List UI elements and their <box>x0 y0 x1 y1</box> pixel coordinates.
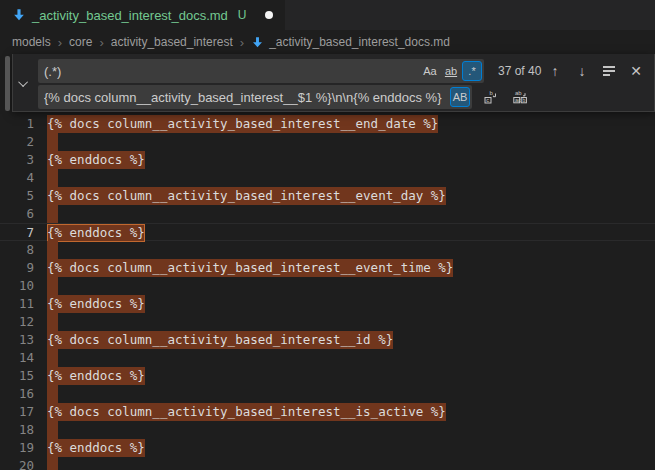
find-results-count: 37 of 40 <box>498 64 541 78</box>
markdown-file-icon <box>12 8 26 22</box>
markdown-file-icon <box>251 36 264 49</box>
tab-modified-dot[interactable] <box>265 11 273 19</box>
previous-match-button[interactable]: ↑ <box>545 61 565 81</box>
editor-line[interactable]: 4 <box>0 169 655 187</box>
line-content: {% enddocs %} <box>47 295 145 313</box>
breadcrumb: models›core›activity_based_interest›_act… <box>0 30 655 54</box>
editor-line[interactable]: 15{% enddocs %} <box>0 367 655 385</box>
editor-line[interactable]: 11{% enddocs %} <box>0 295 655 313</box>
editor-line[interactable]: 16 <box>0 385 655 403</box>
match-case-toggle[interactable]: Aa <box>420 61 440 81</box>
arrow-up-icon: ↑ <box>552 63 559 79</box>
line-number: 19 <box>0 439 34 457</box>
find-match-highlight <box>47 277 58 295</box>
line-content <box>47 457 58 470</box>
preserve-case-icon: AB <box>453 91 468 103</box>
line-number: 5 <box>0 187 34 205</box>
line-content: {% docs column__activity_based_interest_… <box>47 115 438 133</box>
editor-line[interactable]: 8 <box>0 241 655 259</box>
line-number: 13 <box>0 331 34 349</box>
editor-line[interactable]: 20 <box>0 457 655 470</box>
line-number: 2 <box>0 133 34 151</box>
editor-line[interactable]: 13{% docs column__activity_based_interes… <box>0 331 655 349</box>
line-number: 3 <box>0 151 34 169</box>
editor-line[interactable]: 1{% docs column__activity_based_interest… <box>0 115 655 133</box>
find-match-highlight <box>47 133 58 151</box>
editor-line[interactable]: 2 <box>0 133 655 151</box>
editor-line[interactable]: 19{% enddocs %} <box>0 439 655 457</box>
replace-input[interactable] <box>44 86 449 108</box>
tab-filename: _activity_based_interest_docs.md <box>32 8 228 23</box>
find-match-highlight: {% enddocs %} <box>47 151 145 169</box>
find-match-highlight: {% docs column__activity_based_interest_… <box>47 115 438 133</box>
breadcrumb-filename: _activity_based_interest_docs.md <box>269 35 450 49</box>
line-number: 10 <box>0 277 34 295</box>
whole-word-icon: ab <box>445 65 457 77</box>
arrow-down-icon: ↓ <box>579 63 586 79</box>
replace-actions: b c ab ac b <box>481 87 530 107</box>
line-number: 8 <box>0 241 34 259</box>
replace-all-icon: ab ac b <box>512 89 528 105</box>
find-match-highlight: {% enddocs %} <box>47 295 145 313</box>
preserve-case-toggle[interactable]: AB <box>450 87 470 107</box>
tab-bar: _activity_based_interest_docs.md U <box>0 0 655 30</box>
line-content: {% docs column__activity_based_interest_… <box>47 403 446 421</box>
line-number: 18 <box>0 421 34 439</box>
selection-icon <box>603 66 615 76</box>
line-number: 7 <box>0 224 34 242</box>
line-number: 20 <box>0 457 34 470</box>
breadcrumb-item[interactable]: models <box>12 35 51 49</box>
line-content: {% docs column__activity_based_interest_… <box>47 259 453 277</box>
find-match-highlight <box>47 457 58 470</box>
replace-button[interactable]: b c <box>481 87 501 107</box>
editor-line[interactable]: 5{% docs column__activity_based_interest… <box>0 187 655 205</box>
regex-icon: .* <box>468 65 475 77</box>
find-match-highlight <box>47 385 58 403</box>
editor-line[interactable]: 14 <box>0 349 655 367</box>
breadcrumb-item[interactable]: core <box>69 35 92 49</box>
line-content: {% enddocs %} <box>47 439 145 457</box>
find-match-highlight: {% enddocs %} <box>47 224 145 242</box>
toggle-replace-button[interactable] <box>16 75 32 91</box>
find-widget-resize-sash[interactable] <box>5 56 10 111</box>
editor-line[interactable]: 9{% docs column__activity_based_interest… <box>0 259 655 277</box>
editor-line[interactable]: 7{% enddocs %} <box>0 223 655 241</box>
editor-line[interactable]: 10 <box>0 277 655 295</box>
find-in-selection-button[interactable] <box>599 61 619 81</box>
chevron-down-icon <box>18 77 28 87</box>
editor-line[interactable]: 17{% docs column__activity_based_interes… <box>0 403 655 421</box>
line-number: 6 <box>0 205 34 223</box>
line-number: 1 <box>0 115 34 133</box>
editor-tab[interactable]: _activity_based_interest_docs.md U <box>0 0 285 30</box>
close-icon: ✕ <box>630 63 642 79</box>
find-match-highlight: {% enddocs %} <box>47 367 145 385</box>
find-input[interactable] <box>44 60 419 82</box>
editor-pane[interactable]: 1{% docs column__activity_based_interest… <box>0 54 655 470</box>
find-match-highlight: {% docs column__activity_based_interest_… <box>47 187 446 205</box>
line-number: 12 <box>0 313 34 331</box>
breadcrumb-item[interactable]: activity_based_interest <box>111 35 233 49</box>
chevron-right-icon: › <box>240 35 244 50</box>
editor-line[interactable]: 12 <box>0 313 655 331</box>
replace-all-button[interactable]: ab ac b <box>510 87 530 107</box>
line-number: 14 <box>0 349 34 367</box>
whole-word-toggle[interactable]: ab <box>441 61 461 81</box>
line-number: 16 <box>0 385 34 403</box>
editor-line[interactable]: 6 <box>0 205 655 223</box>
next-match-button[interactable]: ↓ <box>572 61 592 81</box>
line-content: {% enddocs %} <box>47 224 145 242</box>
find-replace-widget: Aa ab .* 37 of 40 ↑ ↓ ✕ <box>12 54 655 112</box>
regex-toggle[interactable]: .* <box>462 61 482 81</box>
close-find-button[interactable]: ✕ <box>626 61 646 81</box>
svg-text:b: b <box>490 90 494 96</box>
find-match-highlight: {% enddocs %} <box>47 439 145 457</box>
editor-line[interactable]: 18 <box>0 421 655 439</box>
editor-line[interactable]: 3{% enddocs %} <box>0 151 655 169</box>
find-match-highlight <box>47 313 58 331</box>
line-content: {% enddocs %} <box>47 367 145 385</box>
find-match-highlight <box>47 205 58 223</box>
breadcrumb-item-file[interactable]: _activity_based_interest_docs.md <box>251 35 450 49</box>
find-match-highlight: {% docs column__activity_based_interest_… <box>47 331 393 349</box>
find-match-highlight: {% docs column__activity_based_interest_… <box>47 259 453 277</box>
chevron-right-icon: › <box>58 35 62 50</box>
